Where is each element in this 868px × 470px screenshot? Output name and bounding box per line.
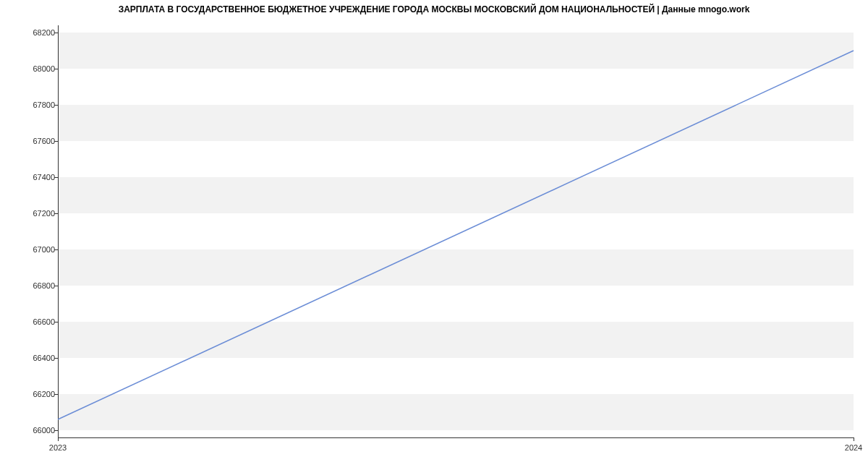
y-tick-label: 67400 (12, 173, 55, 181)
y-tick-label: 68000 (12, 64, 55, 73)
chart-title: ЗАРПЛАТА В ГОСУДАРСТВЕННОЕ БЮДЖЕТНОЕ УЧР… (0, 4, 868, 14)
y-tick-label: 66400 (12, 354, 55, 362)
chart-svg (58, 25, 854, 437)
y-tick-label: 67200 (12, 209, 55, 218)
x-axis-line (58, 437, 854, 438)
y-tick-label: 68200 (12, 28, 55, 37)
x-tick-mark (854, 437, 854, 441)
y-tick-label: 67600 (12, 137, 55, 145)
x-tick-mark (58, 437, 59, 441)
y-tick-label: 67000 (12, 245, 55, 254)
y-tick-label: 66600 (12, 317, 55, 326)
x-tick-label: 2023 (49, 443, 67, 452)
y-tick-label: 67800 (12, 101, 55, 109)
x-tick-label: 2024 (845, 443, 862, 452)
plot-area: 20232024 (58, 25, 854, 437)
y-tick-label: 66200 (12, 390, 55, 398)
chart-container: ЗАРПЛАТА В ГОСУДАРСТВЕННОЕ БЮДЖЕТНОЕ УЧР… (0, 0, 868, 470)
series-line (58, 51, 854, 419)
y-tick-label: 66800 (12, 281, 55, 290)
y-tick-label: 66000 (12, 426, 55, 435)
